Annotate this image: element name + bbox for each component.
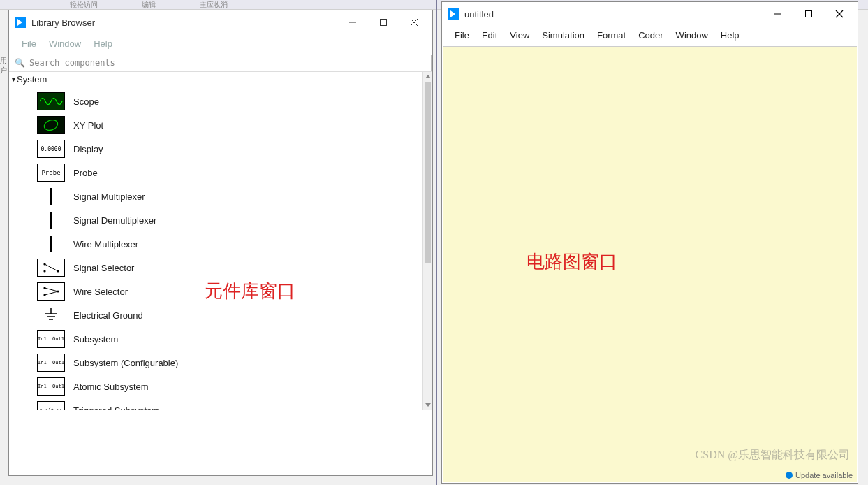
search-placeholder: Search components: [29, 58, 115, 68]
display-icon: 0.0000: [37, 140, 65, 158]
menu-view[interactable]: View: [504, 29, 535, 42]
minimize-button[interactable]: [763, 3, 793, 24]
component-xy-plot[interactable]: XY Plot: [9, 113, 422, 137]
svg-rect-19: [806, 11, 812, 17]
component-label: Scope: [73, 96, 99, 107]
chevron-down-icon: ▾: [12, 75, 15, 83]
component-label: Wire Multiplexer: [73, 239, 138, 249]
schematic-window: untitled File Edit View Simulation Forma…: [441, 1, 858, 484]
update-indicator-icon: [786, 472, 793, 479]
sub-icon: In1 Out1: [37, 377, 65, 396]
window-title: untitled: [464, 9, 763, 20]
svg-point-4: [43, 118, 59, 132]
component-atomic-subsystem[interactable]: In1 Out1Atomic Subsystem: [9, 375, 422, 398]
component-display[interactable]: 0.0000Display: [9, 137, 422, 161]
component-wire-multiplexer[interactable]: Wire Multiplexer: [9, 232, 422, 256]
maximize-button[interactable]: [368, 12, 399, 33]
component-label: Subsystem: [73, 334, 118, 345]
menu-edit[interactable]: Edit: [476, 29, 503, 42]
menubar: File Edit View Simulation Format Coder W…: [442, 26, 858, 46]
annotation-schematic: 电路图窗口: [527, 249, 617, 274]
svg-line-12: [45, 291, 58, 295]
menu-window[interactable]: Window: [670, 29, 714, 42]
ground-icon: [37, 306, 65, 324]
side-label: 用户: [0, 56, 8, 75]
menu-help[interactable]: Help: [88, 37, 118, 50]
scrollbar-thumb[interactable]: [425, 82, 431, 263]
tree-root-label: System: [17, 74, 47, 85]
menu-file[interactable]: File: [16, 37, 42, 50]
sub-icon: In1 Out1: [37, 354, 65, 372]
search-input[interactable]: 🔍 Search components: [10, 55, 432, 71]
component-scope[interactable]: Scope: [9, 89, 422, 113]
component-label: Probe: [73, 168, 98, 178]
menu-help[interactable]: Help: [715, 29, 745, 42]
component-subsystem-configurable-[interactable]: In1 Out1Subsystem (Configurable): [9, 351, 422, 375]
svg-line-11: [45, 288, 58, 291]
status-text: Update available: [795, 471, 853, 479]
xy-icon: [37, 116, 65, 134]
window-divider: [436, 0, 437, 485]
bg-tab: 编辑: [142, 1, 156, 8]
app-icon: [448, 8, 459, 20]
maximize-button[interactable]: [793, 3, 824, 24]
component-label: Signal Selector: [73, 263, 134, 273]
menu-file[interactable]: File: [449, 29, 475, 42]
component-label: Atomic Subsystem: [73, 382, 149, 392]
menubar: File Window Help: [9, 34, 432, 55]
component-probe[interactable]: ProbeProbe: [9, 161, 422, 184]
watermark: CSDN @乐思智能科技有限公司: [696, 448, 850, 463]
component-tree: ▾ System ScopeXY Plot0.0000DisplayProbeP…: [9, 71, 432, 410]
component-electrical-ground[interactable]: Electrical Ground: [9, 303, 422, 327]
svg-rect-1: [381, 20, 387, 26]
svg-point-13: [57, 290, 59, 292]
bar-icon: [37, 187, 65, 205]
component-label: Electrical Ground: [73, 310, 143, 321]
sub-icon: In1 Out1: [37, 330, 65, 348]
component-label: Triggered Subsystem: [73, 405, 159, 410]
sel1-icon: [37, 259, 65, 277]
menu-coder[interactable]: Coder: [633, 29, 668, 42]
component-signal-multiplexer[interactable]: Signal Multiplexer: [9, 184, 422, 208]
component-subsystem[interactable]: In1 Out1Subsystem: [9, 327, 422, 351]
close-button[interactable]: [399, 12, 429, 33]
component-label: XY Plot: [73, 120, 103, 131]
menu-simulation[interactable]: Simulation: [536, 29, 590, 42]
component-label: Wire Selector: [73, 287, 128, 297]
probe-icon: Probe: [37, 164, 65, 182]
subt-icon: In1⚡Out1: [37, 401, 65, 410]
close-button[interactable]: [824, 3, 855, 24]
schematic-canvas[interactable]: 电路图窗口 CSDN @乐思智能科技有限公司 Update available: [443, 46, 857, 482]
component-label: Signal Demultiplexer: [73, 215, 156, 226]
component-label: Display: [73, 144, 103, 154]
app-icon: [15, 17, 26, 28]
library-browser-window: Library Browser File Window Help 🔍 Searc…: [8, 10, 433, 476]
sel2-icon: [37, 282, 65, 301]
bg-tab: 轻松访问: [70, 1, 98, 8]
bg-tab: 主应收消: [200, 1, 228, 8]
window-title: Library Browser: [31, 17, 337, 28]
svg-point-8: [57, 270, 59, 272]
svg-point-6: [43, 270, 45, 272]
search-icon: 🔍: [15, 58, 25, 68]
bar-icon: [37, 211, 65, 229]
component-triggered-subsystem[interactable]: In1⚡Out1Triggered Subsystem: [9, 398, 422, 410]
scope-icon: [37, 92, 65, 110]
component-label: Signal Multiplexer: [73, 191, 145, 202]
titlebar[interactable]: untitled: [442, 2, 858, 26]
component-label: Subsystem (Configurable): [73, 358, 178, 368]
vertical-scrollbar[interactable]: [422, 72, 432, 410]
titlebar[interactable]: Library Browser: [9, 10, 432, 34]
details-pane: [9, 410, 432, 475]
menu-format[interactable]: Format: [591, 29, 631, 42]
bar-icon: [37, 235, 65, 253]
component-wire-selector[interactable]: Wire Selector: [9, 280, 422, 303]
svg-line-7: [45, 264, 58, 271]
component-signal-selector[interactable]: Signal Selector: [9, 256, 422, 280]
minimize-button[interactable]: [337, 12, 368, 33]
status-bar[interactable]: Update available: [786, 471, 853, 479]
menu-window[interactable]: Window: [43, 37, 87, 50]
component-signal-demultiplexer[interactable]: Signal Demultiplexer: [9, 208, 422, 232]
tree-root-system[interactable]: ▾ System: [9, 72, 422, 87]
